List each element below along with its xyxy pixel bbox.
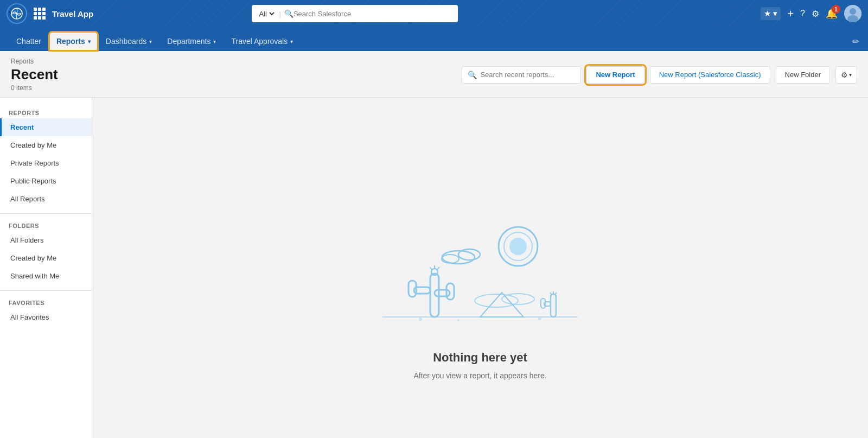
sidebar-item-shared-with-me[interactable]: Shared with Me [0,267,92,285]
empty-state: Nothing here yet After you view a report… [350,203,610,380]
svg-rect-9 [435,290,450,296]
edit-nav-button[interactable]: ✏ [852,36,859,51]
sidebar-item-public-reports[interactable]: Public Reports [0,172,92,190]
new-report-classic-button[interactable]: New Report (Salesforce Classic) [650,66,770,84]
sidebar-item-all-folders[interactable]: All Folders [0,231,92,249]
svg-line-14 [430,267,432,270]
sidebar-divider-2 [0,290,92,291]
gear-icon: ⚙ [841,71,848,79]
reports-search-bar[interactable]: 🔍 [462,66,581,84]
reports-search-input[interactable] [480,71,575,79]
svg-point-23 [509,238,527,255]
new-folder-button[interactable]: New Folder [776,66,830,84]
svg-line-20 [550,293,552,295]
sidebar-item-created-by-me-reports[interactable]: Created by Me [0,136,92,154]
app-name: Travel App [52,9,93,18]
svg-point-27 [475,294,518,307]
search-separator: | [279,10,281,18]
reports-section-label: REPORTS [0,106,92,118]
settings-gear-button[interactable]: ⚙ ▾ [835,66,857,84]
sidebar: REPORTS Recent Created by Me Private Rep… [0,98,92,438]
sidebar-item-all-favorites[interactable]: All Favorites [0,308,92,326]
svg-rect-10 [446,283,454,300]
empty-state-illustration [350,203,610,344]
help-button[interactable]: ? [800,9,805,18]
gear-chevron-icon: ▾ [849,72,852,78]
svg-line-13 [437,267,439,270]
subnav-chatter[interactable]: Chatter [9,31,49,51]
sidebar-item-recent[interactable]: Recent [0,118,92,136]
page-header: Reports Recent 0 items 🔍 New Report New … [0,51,868,98]
item-count: 0 items [11,84,453,92]
add-button[interactable]: + [787,8,794,20]
sub-nav: Chatter Reports ▾ Dashboards ▾ Departmen… [0,27,868,51]
notification-badge: 1 [832,5,840,14]
page-title: Recent [11,66,453,83]
waffle-icon[interactable] [34,8,46,20]
global-search-bar[interactable]: All | 🔍 [252,5,458,22]
sidebar-item-created-by-me-folders[interactable]: Created by Me [0,249,92,267]
svg-point-32 [538,317,541,320]
page-header-left: Reports Recent 0 items [11,58,453,92]
reports-chevron: ▾ [88,39,91,45]
search-icon: 🔍 [284,9,293,18]
header-actions: 🔍 New Report New Report (Salesforce Clas… [462,66,857,84]
svg-rect-15 [551,294,556,317]
favorites-section-label: FAVORITES [0,296,92,308]
global-search-input[interactable] [293,10,452,18]
sidebar-item-private-reports[interactable]: Private Reports [0,154,92,172]
departments-chevron: ▾ [213,39,216,45]
svg-point-3 [850,8,856,15]
empty-state-subtitle: After you view a report, it appears here… [413,371,546,380]
dashboards-chevron: ▾ [149,39,152,45]
folders-section-label: FOLDERS [0,219,92,231]
app-logo[interactable] [7,3,27,24]
svg-line-19 [555,293,557,295]
subnav-reports[interactable]: Reports ▾ [49,31,98,51]
search-scope-select[interactable]: All [257,9,276,18]
top-nav: Travel App All | 🔍 ★ ▾ + ? ⚙ 🔔 1 [0,0,868,27]
main-layout: REPORTS Recent Created by Me Private Rep… [0,98,868,438]
notifications-wrapper[interactable]: 🔔 1 [826,8,838,20]
svg-point-30 [419,318,422,321]
travel-approvals-chevron: ▾ [290,39,293,45]
nav-right-actions: ★ ▾ + ? ⚙ 🔔 1 [761,5,861,22]
breadcrumb: Reports [11,58,453,65]
setup-button[interactable]: ⚙ [812,9,819,19]
svg-point-25 [458,249,480,260]
subnav-departments[interactable]: Departments ▾ [159,31,224,51]
subnav-travel-approvals[interactable]: Travel Approvals ▾ [224,31,301,51]
favorites-button[interactable]: ★ ▾ [761,7,781,20]
sidebar-item-all-reports[interactable]: All Reports [0,190,92,208]
svg-point-31 [457,319,459,321]
sidebar-divider-1 [0,213,92,214]
reports-search-icon: 🔍 [468,71,477,79]
subnav-dashboards[interactable]: Dashboards ▾ [98,31,160,51]
user-avatar[interactable] [844,5,861,22]
svg-point-26 [442,255,459,263]
new-report-button[interactable]: New Report [586,66,644,84]
empty-state-title: Nothing here yet [433,351,527,365]
content-area: Nothing here yet After you view a report… [92,98,868,438]
